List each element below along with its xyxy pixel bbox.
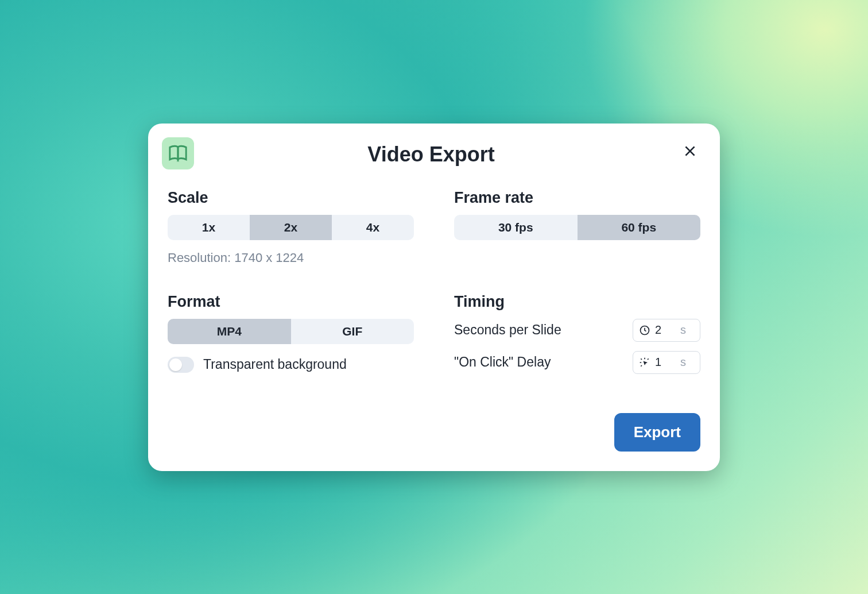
dialog-content: Scale 1x 2x 4x Resolution: 1740 x 1224 F… <box>162 189 700 383</box>
close-icon <box>683 144 698 159</box>
transparent-bg-label: Transparent background <box>203 357 347 372</box>
click-icon <box>639 357 650 368</box>
seconds-per-slide-input[interactable] <box>655 323 676 337</box>
seconds-per-slide-unit: s <box>680 323 686 337</box>
app-icon <box>162 137 194 169</box>
book-icon <box>168 144 188 163</box>
scale-option-2x[interactable]: 2x <box>250 215 332 240</box>
transparent-bg-toggle[interactable] <box>168 357 194 373</box>
dialog-header: Video Export <box>162 137 700 172</box>
format-segmented: MP4 GIF <box>168 319 414 344</box>
timing-section: Timing Seconds per Slide s "On Click" De… <box>454 293 700 383</box>
dialog-title: Video Export <box>367 142 494 167</box>
on-click-delay-input-group: s <box>633 351 700 374</box>
export-button[interactable]: Export <box>614 413 700 452</box>
video-export-dialog: Video Export Scale 1x 2x 4x Resolution: … <box>148 124 720 471</box>
resolution-text: Resolution: 1740 x 1224 <box>168 250 414 265</box>
timing-label: Timing <box>454 293 700 311</box>
framerate-option-60[interactable]: 60 fps <box>578 215 701 240</box>
framerate-segmented: 30 fps 60 fps <box>454 215 700 240</box>
on-click-delay-input[interactable] <box>655 356 676 369</box>
framerate-section: Frame rate 30 fps 60 fps <box>454 189 700 265</box>
seconds-per-slide-row: Seconds per Slide s <box>454 319 700 342</box>
toggle-knob <box>169 358 182 371</box>
clock-icon <box>639 325 650 336</box>
on-click-delay-unit: s <box>680 356 686 369</box>
seconds-per-slide-input-group: s <box>633 319 700 342</box>
seconds-per-slide-label: Seconds per Slide <box>454 322 561 338</box>
transparent-bg-row: Transparent background <box>168 357 414 373</box>
scale-option-1x[interactable]: 1x <box>168 215 250 240</box>
scale-label: Scale <box>168 189 414 207</box>
on-click-delay-row: "On Click" Delay s <box>454 351 700 374</box>
format-section: Format MP4 GIF Transparent background <box>168 293 414 383</box>
format-option-gif[interactable]: GIF <box>291 319 414 344</box>
framerate-label: Frame rate <box>454 189 700 207</box>
format-option-mp4[interactable]: MP4 <box>168 319 291 344</box>
close-button[interactable] <box>680 141 700 161</box>
on-click-delay-label: "On Click" Delay <box>454 354 551 370</box>
scale-option-4x[interactable]: 4x <box>332 215 414 240</box>
framerate-option-30[interactable]: 30 fps <box>454 215 578 240</box>
dialog-footer: Export <box>162 413 700 452</box>
scale-section: Scale 1x 2x 4x Resolution: 1740 x 1224 <box>168 189 414 265</box>
format-label: Format <box>168 293 414 311</box>
scale-segmented: 1x 2x 4x <box>168 215 414 240</box>
